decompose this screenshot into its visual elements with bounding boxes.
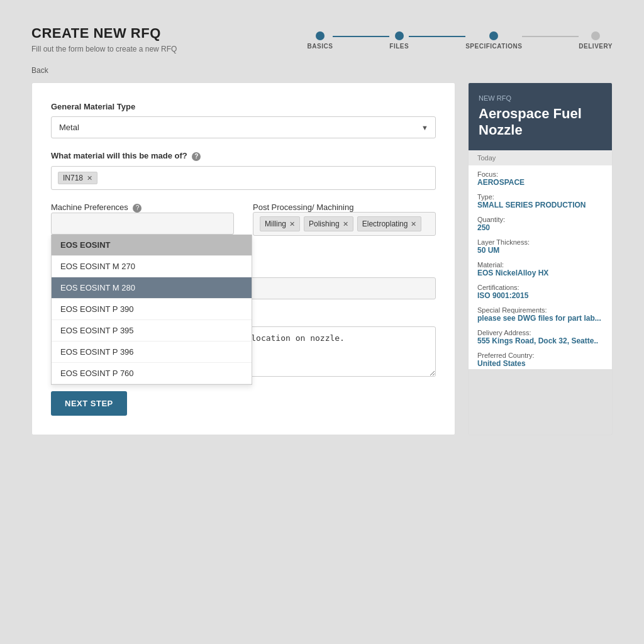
step-label-basics: BASICS (308, 43, 333, 50)
dropdown-item-m270[interactable]: EOS EOSINT M 270 (52, 256, 252, 277)
post-tag-electroplating-remove[interactable]: ✕ (411, 220, 416, 228)
step-line-3 (522, 36, 579, 37)
machine-dropdown-container: EOS EOSINT EOS EOSINT M 270 EOS EOSINT M… (51, 213, 234, 235)
field-label: Focus: (477, 170, 603, 178)
sidebar-field: Focus: AEROSPACE (469, 165, 612, 188)
project-name: Aerospace Fuel Nozzle (479, 106, 602, 139)
tag-remove-icon[interactable]: ✕ (87, 174, 92, 182)
form-card: General Material Type Metal ▼ What mater… (31, 82, 455, 435)
step-label-delivery: DELIVERY (579, 43, 613, 50)
dropdown-item-m280[interactable]: EOS EOSINT M 280 (52, 277, 252, 299)
step-files: FILES (389, 31, 409, 50)
sidebar-field: Preferred Country: United States (469, 347, 612, 369)
sidebar-field: Delivery Address: 555 Kings Road, Dock 3… (469, 324, 612, 347)
field-label: Delivery Address: (477, 329, 603, 336)
tag-label: IN718 (63, 174, 83, 182)
sidebar-field: Layer Thickness: 50 UM (469, 233, 612, 256)
new-rfq-label: NEW RFQ (479, 94, 602, 102)
material-tags-input[interactable]: IN718 ✕ (51, 166, 436, 190)
machine-pref-label: Machine Preferences ? (51, 203, 142, 212)
post-tags-container[interactable]: Milling ✕ Polishing ✕ Electroplating ✕ (253, 212, 436, 236)
sidebar-body: Today Focus: AEROSPACE Type: SMALL SERIE… (469, 150, 612, 369)
post-tag-polishing-label: Polishing (309, 219, 340, 228)
field-value: 50 UM (477, 246, 603, 255)
page-title: CREATE NEW RFQ (31, 25, 177, 42)
sidebar-field: Special Requirements: please see DWG fil… (469, 301, 612, 324)
post-tag-milling-label: Milling (265, 219, 286, 228)
machine-dropdown: EOS EOSINT EOS EOSINT M 270 EOS EOSINT M… (51, 235, 252, 385)
field-value: EOS NickelAlloy HX (477, 269, 603, 277)
sidebar-field: Certifications: ISO 9001:2015 (469, 279, 612, 301)
step-line-2 (409, 36, 465, 37)
field-value: AEROSPACE (477, 178, 603, 187)
step-line-1 (333, 36, 389, 37)
sidebar-card: NEW RFQ Aerospace Fuel Nozzle Today Focu… (468, 82, 613, 435)
material-type-select[interactable]: Metal (51, 116, 436, 138)
next-step-button[interactable]: NEXT STEP (51, 391, 127, 416)
machine-info-icon[interactable]: ? (133, 204, 142, 213)
sidebar-field: Quantity: 250 (469, 211, 612, 233)
field-label: Type: (477, 193, 603, 201)
machine-search-input[interactable] (52, 213, 233, 234)
step-specifications: SPECIFICATIONS (465, 31, 522, 50)
dropdown-group-eosint: EOS EOSINT (52, 235, 252, 256)
post-tag-electroplating-label: Electroplating (362, 219, 408, 228)
back-link[interactable]: Back (31, 66, 613, 75)
field-label: Preferred Country: (477, 352, 603, 359)
post-tag-polishing-remove[interactable]: ✕ (343, 220, 348, 228)
post-tag-milling: Milling ✕ (260, 216, 300, 231)
field-label: Special Requirements: (477, 306, 603, 314)
step-delivery: DELIVERY (579, 31, 613, 50)
field-value: ISO 9001:2015 (477, 291, 603, 300)
field-value: please see DWG files for part lab... (477, 314, 603, 323)
step-basics: BASICS (308, 31, 333, 50)
sidebar-header: NEW RFQ Aerospace Fuel Nozzle (469, 83, 612, 150)
field-label: Layer Thickness: (477, 238, 603, 246)
sidebar-field: Type: SMALL SERIES PRODUCTION (469, 188, 612, 211)
sidebar-fields: Focus: AEROSPACE Type: SMALL SERIES PROD… (469, 165, 612, 369)
material-type-select-wrapper: Metal ▼ (51, 116, 436, 138)
dropdown-item-p396[interactable]: EOS EOSINT P 396 (52, 341, 252, 363)
field-value: United States (477, 359, 603, 368)
material-tag-in718: IN718 ✕ (58, 172, 97, 184)
post-tag-milling-remove[interactable]: ✕ (289, 220, 295, 228)
machine-input-row[interactable] (51, 213, 234, 235)
info-icon[interactable]: ? (192, 152, 201, 161)
field-value: SMALL SERIES PRODUCTION (477, 201, 603, 209)
post-processing-col: Post Processing/ Machining Milling ✕ Pol… (253, 203, 436, 236)
dropdown-item-p760[interactable]: EOS EOSINT P 760 (52, 363, 252, 384)
two-col-section: Machine Preferences ? EOS EOSINT EOS EOS… (51, 203, 436, 236)
post-tag-electroplating: Electroplating ✕ (357, 216, 422, 231)
dropdown-item-p390[interactable]: EOS EOSINT P 390 (52, 299, 252, 320)
step-dot-files (395, 31, 404, 40)
field-label: Quantity: (477, 216, 603, 223)
step-dot-delivery (591, 31, 600, 40)
field-label: Material: (477, 261, 603, 269)
field-value: 250 (477, 223, 603, 232)
post-tag-polishing: Polishing ✕ (304, 216, 353, 231)
step-dot-specifications (489, 31, 498, 40)
step-dot-basics (316, 31, 325, 40)
stepper: BASICS FILES SPECIFICATIONS DELIVERY (308, 25, 613, 50)
dropdown-item-p395[interactable]: EOS EOSINT P 395 (52, 320, 252, 341)
material-made-group: What material will this be made of? ? IN… (51, 151, 436, 190)
machine-pref-col: Machine Preferences ? EOS EOSINT EOS EOS… (51, 203, 234, 236)
material-type-label: General Material Type (51, 102, 436, 111)
post-processing-label: Post Processing/ Machining (253, 203, 353, 212)
step-label-specifications: SPECIFICATIONS (465, 43, 522, 50)
sidebar-field: Material: EOS NickelAlloy HX (469, 256, 612, 279)
step-label-files: FILES (389, 43, 409, 50)
field-label: Certifications: (477, 284, 603, 291)
field-value: 555 Kings Road, Dock 32, Seatte.. (477, 336, 603, 345)
material-made-label: What material will this be made of? ? (51, 151, 436, 161)
sidebar-today: Today (469, 150, 612, 165)
material-type-group: General Material Type Metal ▼ (51, 102, 436, 138)
page-subtitle: Fill out the form below to create a new … (31, 45, 177, 53)
